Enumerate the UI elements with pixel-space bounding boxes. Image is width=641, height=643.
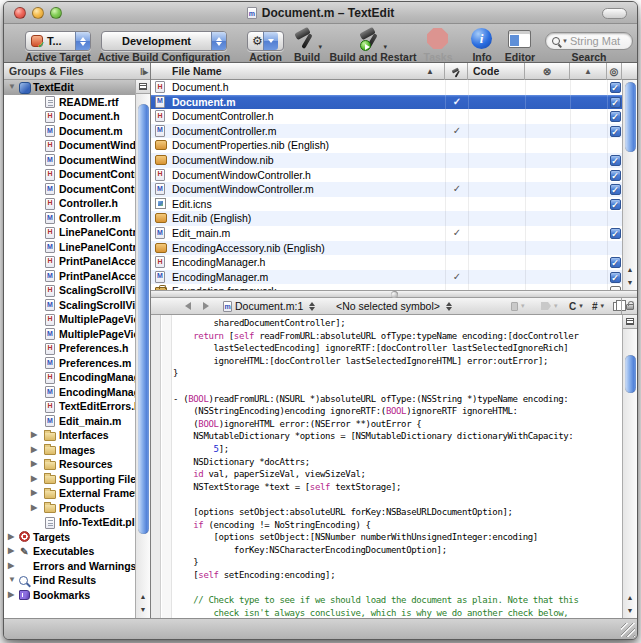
warnings-column-header[interactable]: ▲ bbox=[570, 63, 607, 80]
sidebar-item-printpanelaccessory-h[interactable]: HPrintPanelAccessory.h bbox=[4, 254, 135, 269]
disclosure-right-icon[interactable]: ▶ bbox=[31, 472, 37, 487]
target-membership-checkbox[interactable] bbox=[610, 97, 621, 108]
search-field[interactable]: ▼ bbox=[545, 32, 633, 50]
disclosure-right-icon[interactable]: ▶ bbox=[31, 428, 37, 443]
disclosure-right-icon[interactable]: ▶ bbox=[8, 530, 14, 545]
target-membership-checkbox[interactable] bbox=[610, 199, 621, 210]
sidebar-scrollbar[interactable]: ▲ ▼ bbox=[135, 80, 150, 618]
toolbar-toggle-pill[interactable] bbox=[602, 8, 627, 19]
disclosure-down-icon[interactable]: ▼ bbox=[8, 573, 16, 588]
sidebar-item-printpanelaccessory-m[interactable]: MPrintPanelAccessory.m bbox=[4, 269, 135, 284]
sidebar-item-bookmarks[interactable]: ▶Bookmarks bbox=[4, 588, 135, 603]
search-scope-arrow-icon[interactable]: ▼ bbox=[562, 38, 568, 44]
build-and-restart-button[interactable]: ▾ bbox=[358, 27, 388, 52]
sidebar-item-documentcontroller-m[interactable]: MDocumentController.m bbox=[4, 182, 135, 197]
scroll-down-icon[interactable]: ▼ bbox=[140, 603, 147, 616]
file-row-documentcontroller-h[interactable]: HDocumentController.h bbox=[151, 109, 622, 124]
target-column-header[interactable]: ◎ bbox=[607, 63, 622, 80]
sidebar-item-linepanelcontroller-h[interactable]: HLinePanelController.h bbox=[4, 225, 135, 240]
disclosure-down-icon[interactable]: ▼ bbox=[8, 80, 16, 95]
file-row-edit-main-m[interactable]: MEdit_main.m✓ bbox=[151, 226, 622, 241]
sidebar-item-info-textedit-plist[interactable]: Info-TextEdit.plist bbox=[4, 515, 135, 530]
file-history-popup[interactable]: m Document.m:1 bbox=[223, 298, 315, 314]
disclosure-right-icon[interactable]: ▶ bbox=[31, 501, 37, 516]
disclosure-right-icon[interactable]: ▶ bbox=[8, 559, 14, 574]
target-membership-checkbox[interactable] bbox=[610, 184, 621, 195]
sidebar-item-textedit[interactable]: ▼TextEdit bbox=[4, 80, 135, 95]
source-editor[interactable]: sharedDocumentController]; return [self … bbox=[151, 315, 637, 618]
file-row-edit-nib-english[interactable]: Edit.nib (English) bbox=[151, 211, 622, 226]
sidebar-options-button[interactable] bbox=[136, 80, 150, 94]
disclosure-right-icon[interactable]: ▶ bbox=[31, 457, 37, 472]
file-row-encodingaccessory-nib-english[interactable]: EncodingAccessory.nib (English) bbox=[151, 241, 622, 256]
target-membership-checkbox[interactable] bbox=[610, 111, 621, 122]
symbol-popup[interactable]: <No selected symbol> bbox=[336, 298, 452, 314]
disclosure-right-icon[interactable]: ▶ bbox=[8, 544, 14, 559]
code-text[interactable]: sharedDocumentController]; return [self … bbox=[173, 317, 621, 618]
sidebar-item-preferences-h[interactable]: HPreferences.h bbox=[4, 341, 135, 356]
sidebar-scroll-thumb[interactable] bbox=[138, 104, 149, 534]
close-button[interactable] bbox=[14, 7, 26, 19]
file-list-scrollbar[interactable]: ▲ ▼ bbox=[622, 80, 637, 290]
sidebar-item-multiplepageview-h[interactable]: HMultiplePageView.h bbox=[4, 312, 135, 327]
sidebar-item-document-m[interactable]: MDocument.m bbox=[4, 124, 135, 139]
sidebar-item-external-frameworks[interactable]: ▶External Frameworks bbox=[4, 486, 135, 501]
sidebar-item-executables[interactable]: ▶✎Executables bbox=[4, 544, 135, 559]
target-membership-checkbox[interactable] bbox=[610, 272, 621, 283]
sidebar-item-documentwindowcontroller-m[interactable]: MDocumentWindowController.m bbox=[4, 153, 135, 168]
sidebar-item-readme-rtf[interactable]: README.rtf bbox=[4, 95, 135, 110]
sidebar-item-interfaces[interactable]: ▶Interfaces bbox=[4, 428, 135, 443]
target-membership-checkbox[interactable] bbox=[610, 170, 621, 181]
target-membership-checkbox[interactable] bbox=[610, 155, 621, 166]
horizontal-splitter[interactable] bbox=[151, 290, 637, 298]
editor-button[interactable] bbox=[508, 30, 531, 48]
sidebar-item-supporting-files[interactable]: ▶Supporting Files bbox=[4, 472, 135, 487]
minimize-button[interactable] bbox=[32, 7, 44, 19]
sidebar-splitter-icon[interactable]: ‖▸ bbox=[140, 64, 147, 80]
sidebar-item-encodingmanager-h[interactable]: HEncodingManager.h bbox=[4, 370, 135, 385]
zoom-button[interactable] bbox=[50, 7, 62, 19]
disclosure-right-icon[interactable]: ▶ bbox=[31, 486, 37, 501]
split-editor-button[interactable] bbox=[623, 315, 637, 329]
sidebar-item-textediterrors-h[interactable]: HTextEditErrors.h bbox=[4, 399, 135, 414]
editor-scroll-thumb[interactable] bbox=[625, 355, 636, 393]
sidebar-item-controller-m[interactable]: MController.m bbox=[4, 211, 135, 226]
action-button[interactable]: ⚙ bbox=[247, 31, 284, 51]
sidebar-item-scalingscrollview-h[interactable]: HScalingScrollView.h bbox=[4, 283, 135, 298]
title-bar[interactable]: m Document.m – TextEdit bbox=[4, 2, 637, 24]
file-row-documentwindowcontroller-m[interactable]: MDocumentWindowController.m✓ bbox=[151, 182, 622, 197]
sidebar-item-encodingmanager-m[interactable]: MEncodingManager.m bbox=[4, 385, 135, 400]
build-button[interactable]: ▾ bbox=[293, 27, 321, 52]
sidebar-item-linepanelcontroller-m[interactable]: MLinePanelController.m bbox=[4, 240, 135, 255]
lock-button[interactable] bbox=[621, 298, 637, 314]
file-row-documentwindowcontroller-h[interactable]: HDocumentWindowController.h bbox=[151, 168, 622, 183]
target-membership-checkbox[interactable] bbox=[610, 257, 621, 268]
file-row-documentcontroller-m[interactable]: MDocumentController.m✓ bbox=[151, 124, 622, 139]
file-row-encodingmanager-m[interactable]: MEncodingManager.m✓ bbox=[151, 270, 622, 285]
target-membership-checkbox[interactable] bbox=[610, 228, 621, 239]
scroll-up-icon[interactable]: ▲ bbox=[627, 263, 634, 276]
counterpart-button[interactable] bbox=[613, 298, 621, 314]
sidebar-item-resources[interactable]: ▶Resources bbox=[4, 457, 135, 472]
sidebar-item-targets[interactable]: ▶Targets bbox=[4, 530, 135, 545]
search-input[interactable] bbox=[570, 35, 626, 47]
sidebar-item-products[interactable]: ▶Products bbox=[4, 501, 135, 516]
editor-scroll-arrows[interactable]: ▲ ▼ bbox=[623, 591, 637, 617]
sidebar-scroll-arrows[interactable]: ▲ ▼ bbox=[136, 590, 150, 616]
go-forward-button[interactable] bbox=[203, 298, 209, 314]
target-membership-checkbox[interactable] bbox=[610, 126, 621, 137]
sidebar-item-document-h[interactable]: HDocument.h bbox=[4, 109, 135, 124]
file-row-encodingmanager-h[interactable]: HEncodingManager.h bbox=[151, 255, 622, 270]
file-row-documentproperties-nib-english[interactable]: DocumentProperties.nib (English) bbox=[151, 138, 622, 153]
file-row-document-m[interactable]: MDocument.m✓ bbox=[151, 95, 622, 110]
sidebar-item-preferences-m[interactable]: MPreferences.m bbox=[4, 356, 135, 371]
file-row-documentwindow-nib[interactable]: DocumentWindow.nib bbox=[151, 153, 622, 168]
build-column-header[interactable] bbox=[445, 63, 468, 80]
sidebar-item-scalingscrollview-m[interactable]: MScalingScrollView.m bbox=[4, 298, 135, 313]
file-name-column-header[interactable]: File Name ▲ bbox=[151, 63, 445, 80]
sidebar-item-documentcontroller-h[interactable]: HDocumentController.h bbox=[4, 167, 135, 182]
sidebar-item-controller-h[interactable]: HController.h bbox=[4, 196, 135, 211]
resize-grip-icon[interactable] bbox=[621, 623, 635, 637]
go-back-button[interactable] bbox=[185, 298, 191, 314]
file-list-scroll-thumb[interactable] bbox=[625, 82, 636, 152]
